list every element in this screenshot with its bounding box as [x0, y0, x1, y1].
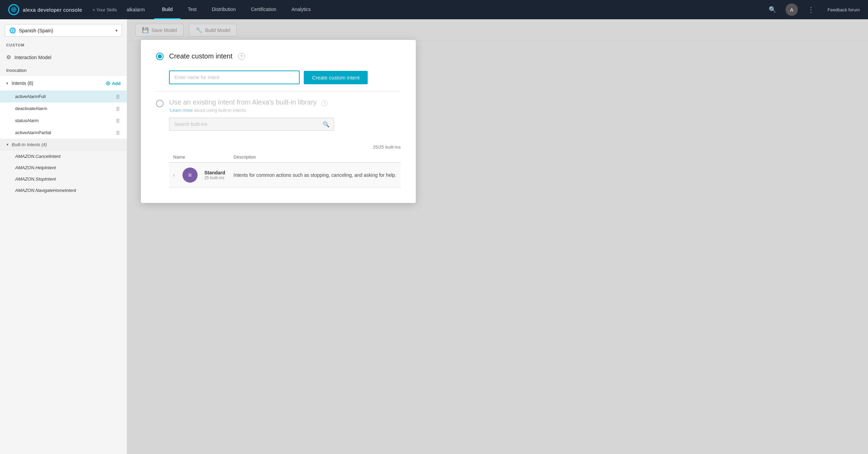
- learn-more-builtin-link[interactable]: 'Learn more: [169, 108, 193, 113]
- main-layout: 🌐 Spanish (Spain) ▾ CUSTOM ⚙ Interaction…: [0, 19, 868, 454]
- list-item[interactable]: activeAlarmPartial 🗑: [0, 127, 127, 139]
- use-builtin-option: Use an existing intent from Alexa's buil…: [156, 98, 401, 188]
- standard-name-cell: › ≡ Standard 25 built-ins: [169, 163, 230, 188]
- nav-links: Build Test Distribution Certification An…: [154, 0, 766, 19]
- create-custom-label: Create custom intent: [169, 52, 233, 60]
- builtin-option-content: Use an existing intent from Alexa's buil…: [169, 98, 401, 188]
- builtin-list: 25/25 built-ins Name Description: [169, 144, 401, 188]
- skill-name[interactable]: alkalarm: [126, 7, 145, 12]
- nav-link-certification[interactable]: Certification: [243, 0, 284, 19]
- list-item[interactable]: AMAZON.CancelIntent: [0, 151, 127, 162]
- builtin-intent-name: AMAZON.StopIntent: [15, 176, 121, 182]
- table-row[interactable]: › ≡ Standard 25 built-ins: [169, 163, 401, 188]
- menu-button[interactable]: ⋮: [805, 3, 817, 16]
- list-item[interactable]: AMAZON.NavigateHomeIntent: [0, 185, 127, 196]
- nav-link-build[interactable]: Build: [154, 0, 180, 19]
- chevron-down-icon: ▾: [6, 81, 8, 86]
- user-avatar[interactable]: A: [786, 3, 798, 16]
- builtin-sublabel: 'Learn more about using built-in intents…: [169, 108, 401, 113]
- builtin-intents-label: Built-In Intents (4): [12, 142, 47, 147]
- list-item[interactable]: deactivateAlarm 🗑: [0, 102, 127, 115]
- delete-intent-button[interactable]: 🗑: [115, 94, 121, 99]
- builtin-help-icon[interactable]: ?: [321, 98, 327, 106]
- invocation-label: Invocation: [6, 68, 121, 73]
- add-intent-button[interactable]: ⊕ Add: [105, 79, 121, 87]
- builtin-intent-name: AMAZON.CancelIntent: [15, 154, 121, 159]
- plus-icon: ⊕: [105, 79, 111, 87]
- add-intent-dialog: Create custom intent ? Create custom int…: [141, 40, 416, 203]
- dialog-divider: [156, 91, 401, 91]
- builtin-intent-name: AMAZON.HelpIntent: [15, 165, 121, 170]
- nav-link-analytics[interactable]: Analytics: [284, 0, 318, 19]
- table-header-name: Name: [169, 152, 230, 163]
- app-title: alexa developer console: [23, 7, 82, 13]
- intent-name-label: activeAlarmPartial: [15, 130, 115, 135]
- delete-intent-button[interactable]: 🗑: [115, 106, 121, 111]
- top-nav-right: 🔍 A ⋮ Feedback forum: [766, 3, 860, 16]
- row-expand-icon[interactable]: ›: [173, 172, 175, 178]
- standard-count: 25 built-ins: [204, 175, 225, 180]
- intents-section-header[interactable]: ▾ Intents (8) ⊕ Add: [0, 76, 127, 90]
- sidebar-item-invocation[interactable]: Invocation: [0, 65, 127, 76]
- chevron-down-icon: ▾: [6, 142, 8, 147]
- search-icon: 🔍: [319, 121, 334, 128]
- nav-link-distribution[interactable]: Distribution: [204, 0, 243, 19]
- feedback-link[interactable]: Feedback forum: [827, 7, 860, 12]
- list-item[interactable]: AMAZON.StopIntent: [0, 173, 127, 185]
- intents-label: Intents (8): [12, 80, 103, 86]
- search-builtins-input[interactable]: [169, 118, 319, 130]
- add-label: Add: [112, 81, 121, 86]
- main-content: 💾 Save Model 🔧 Build Model Add Intent An…: [127, 19, 868, 454]
- globe-icon: 🌐: [9, 27, 16, 34]
- builtin-table: Name Description ›: [169, 152, 401, 188]
- nav-link-test[interactable]: Test: [180, 0, 204, 19]
- create-intent-button[interactable]: Create custom intent: [304, 71, 368, 84]
- builtin-intent-name: AMAZON.NavigateHomeIntent: [15, 188, 121, 193]
- list-item[interactable]: AMAZON.HelpIntent: [0, 162, 127, 173]
- intent-name-label: statusAlarm: [15, 118, 115, 123]
- intent-name-label: deactivateAlarm: [15, 106, 115, 111]
- create-custom-intent-option: Create custom intent ?: [156, 52, 401, 60]
- alexa-logo-icon: [8, 4, 19, 15]
- use-builtin-label: Use an existing intent from Alexa's buil…: [169, 98, 401, 106]
- chevron-down-icon: ▾: [115, 28, 118, 33]
- builtin-count: 25/25 built-ins: [169, 144, 401, 150]
- intent-name-input[interactable]: [169, 71, 300, 84]
- app-logo: alexa developer console: [8, 4, 82, 15]
- interaction-model-label: Interaction Model: [14, 55, 51, 60]
- list-item[interactable]: activeAlarmFull 🗑: [0, 90, 127, 102]
- use-builtin-radio[interactable]: [156, 100, 164, 107]
- help-icon[interactable]: ?: [238, 53, 245, 60]
- delete-intent-button[interactable]: 🗑: [115, 130, 121, 136]
- search-button[interactable]: 🔍: [766, 3, 779, 16]
- standard-name: Standard: [204, 170, 225, 175]
- top-nav: alexa developer console < Your Skills al…: [0, 0, 868, 19]
- search-builtins-container: 🔍: [169, 118, 334, 131]
- back-to-skills[interactable]: < Your Skills: [92, 7, 117, 12]
- gear-icon: ⚙: [6, 54, 11, 61]
- sidebar: 🌐 Spanish (Spain) ▾ CUSTOM ⚙ Interaction…: [0, 19, 127, 454]
- table-header-description: Description: [230, 152, 401, 163]
- intent-name-label: activeAlarmFull: [15, 94, 115, 99]
- standard-description-cell: Intents for common actions such as stopp…: [230, 163, 401, 188]
- custom-section-label: CUSTOM: [0, 37, 127, 50]
- language-label: Spanish (Spain): [19, 28, 113, 33]
- builtin-intents-section-header[interactable]: ▾ Built-In Intents (4): [0, 139, 127, 151]
- list-item[interactable]: statusAlarm 🗑: [0, 115, 127, 127]
- delete-intent-button[interactable]: 🗑: [115, 118, 121, 123]
- intent-name-row: Create custom intent: [156, 71, 401, 84]
- standard-icon: ≡: [182, 167, 198, 183]
- sidebar-item-interaction-model[interactable]: ⚙ Interaction Model: [0, 50, 127, 65]
- create-custom-radio[interactable]: [156, 53, 164, 60]
- language-selector[interactable]: 🌐 Spanish (Spain) ▾: [5, 24, 122, 37]
